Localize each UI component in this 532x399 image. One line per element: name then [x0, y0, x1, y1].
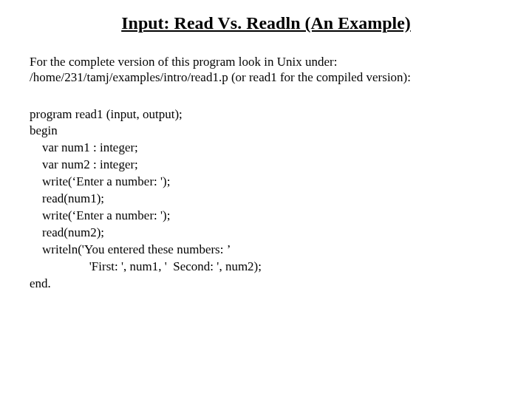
intro-line-1: For the complete version of this program…	[30, 54, 502, 69]
intro-line-2: /home/231/tamj/examples/intro/read1.p (o…	[30, 69, 502, 85]
slide: Input: Read Vs. Readln (An Example) For …	[0, 13, 532, 399]
intro-text: For the complete version of this program…	[30, 54, 502, 86]
code-block: program read1 (input, output); begin var…	[30, 106, 502, 293]
slide-title: Input: Read Vs. Readln (An Example)	[0, 13, 532, 33]
slide-body: For the complete version of this program…	[30, 54, 502, 293]
